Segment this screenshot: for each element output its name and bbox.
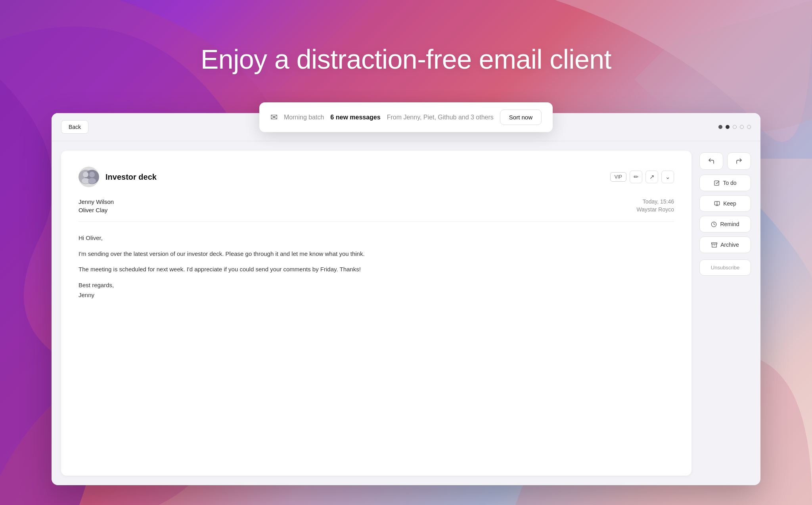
batch-label: Morning batch: [284, 114, 324, 121]
email-action-buttons: VIP ✏ ↗ ⌄: [610, 171, 674, 183]
email-company: Waystar Royco: [637, 206, 674, 213]
keep-button[interactable]: Keep: [699, 195, 751, 212]
email-panel: Investor deck VIP ✏ ↗ ⌄ Jenny Wilson Oli…: [61, 151, 691, 476]
body-line-2: I'm sending over the latest version of o…: [79, 249, 674, 259]
unsubscribe-button[interactable]: Unsubscribe: [699, 259, 751, 276]
svg-point-2: [83, 172, 88, 177]
body-line-4: Best regards,Jenny: [79, 280, 674, 300]
back-button[interactable]: Back: [61, 120, 88, 134]
email-meta-right: Today, 15:46 Waystar Royco: [637, 198, 674, 213]
dot-5: [747, 125, 751, 129]
body-line-1: Hi Oliver,: [79, 233, 674, 243]
email-time: Today, 15:46: [637, 198, 674, 205]
sort-now-button[interactable]: Sort now: [500, 109, 542, 125]
body-line-3: The meeting is scheduled for next week. …: [79, 264, 674, 275]
todo-button[interactable]: To do: [699, 175, 751, 191]
archive-label: Archive: [720, 242, 739, 248]
sender-avatar: [79, 167, 99, 187]
svg-rect-10: [712, 242, 717, 244]
edit-button[interactable]: ✏: [630, 171, 642, 183]
share-button[interactable]: ↗: [645, 171, 658, 183]
forward-button[interactable]: [727, 152, 751, 170]
more-button[interactable]: ⌄: [661, 171, 674, 183]
from-name: Jenny Wilson: [79, 198, 114, 205]
action-sidebar: To do Keep Remind: [699, 151, 751, 476]
notification-banner: ✉ Morning batch 6 new messages From Jenn…: [259, 102, 553, 132]
keep-label: Keep: [723, 200, 736, 207]
remind-button[interactable]: Remind: [699, 216, 751, 232]
new-messages-count: 6 new messages: [330, 114, 380, 121]
reply-forward-row: [699, 152, 751, 170]
remind-label: Remind: [720, 221, 739, 227]
hero-title: Enjoy a distraction-free email client: [201, 44, 611, 75]
dot-3: [733, 125, 737, 129]
app-window: Back SORT: [52, 113, 760, 485]
from-text: From Jenny, Piet, Github and 3 others: [387, 114, 494, 121]
svg-point-4: [89, 172, 95, 177]
window-content: Investor deck VIP ✏ ↗ ⌄ Jenny Wilson Oli…: [52, 141, 760, 485]
svg-rect-6: [714, 180, 719, 185]
email-meta: Jenny Wilson Oliver Clay Today, 15:46 Wa…: [79, 198, 674, 222]
archive-button[interactable]: Archive: [699, 236, 751, 253]
todo-label: To do: [723, 180, 736, 186]
dot-1: [718, 125, 722, 129]
vip-badge: VIP: [610, 172, 626, 182]
dot-4: [740, 125, 744, 129]
mail-icon: ✉: [270, 112, 278, 123]
dot-2: [726, 125, 730, 129]
email-participants: Jenny Wilson Oliver Clay: [79, 198, 114, 213]
email-body: Hi Oliver, I'm sending over the latest v…: [79, 233, 674, 300]
reply-button[interactable]: [699, 152, 723, 170]
unsubscribe-label: Unsubscribe: [711, 265, 739, 271]
svg-point-5: [88, 178, 96, 184]
window-dots: [718, 125, 751, 129]
to-name: Oliver Clay: [79, 207, 114, 213]
email-header: Investor deck VIP ✏ ↗ ⌄: [79, 167, 674, 187]
email-subject: Investor deck: [105, 173, 604, 182]
